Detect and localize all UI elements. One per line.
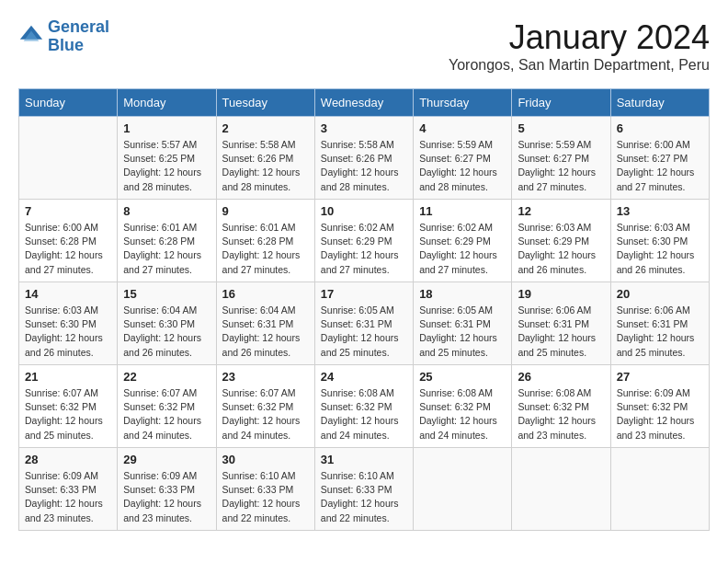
calendar-cell: 24Sunrise: 6:08 AMSunset: 6:32 PMDayligh… — [314, 365, 413, 448]
day-number: 25 — [419, 370, 506, 384]
logo: General Blue — [18, 18, 109, 55]
calendar-cell: 5Sunrise: 5:59 AMSunset: 6:27 PMDaylight… — [512, 117, 610, 200]
calendar-header: SundayMondayTuesdayWednesdayThursdayFrid… — [19, 89, 710, 117]
calendar-cell: 28Sunrise: 6:09 AMSunset: 6:33 PMDayligh… — [19, 448, 118, 531]
day-number: 21 — [25, 370, 111, 384]
calendar-cell: 29Sunrise: 6:09 AMSunset: 6:33 PMDayligh… — [118, 448, 216, 531]
calendar-week-row: 28Sunrise: 6:09 AMSunset: 6:33 PMDayligh… — [19, 448, 710, 531]
day-info: Sunrise: 5:59 AMSunset: 6:27 PMDaylight:… — [419, 138, 506, 194]
day-number: 18 — [419, 287, 506, 301]
calendar-cell: 10Sunrise: 6:02 AMSunset: 6:29 PMDayligh… — [314, 200, 413, 282]
day-number: 5 — [518, 121, 604, 135]
day-number: 20 — [617, 287, 703, 301]
calendar-cell — [512, 448, 610, 531]
day-info: Sunrise: 5:58 AMSunset: 6:26 PMDaylight:… — [321, 138, 407, 194]
calendar-cell: 12Sunrise: 6:03 AMSunset: 6:29 PMDayligh… — [512, 200, 610, 282]
calendar-cell: 6Sunrise: 6:00 AMSunset: 6:27 PMDaylight… — [610, 117, 709, 200]
day-info: Sunrise: 6:08 AMSunset: 6:32 PMDaylight:… — [321, 386, 407, 442]
title-section: January 2024 Yorongos, San Martin Depart… — [449, 18, 710, 74]
day-info: Sunrise: 6:00 AMSunset: 6:27 PMDaylight:… — [617, 138, 703, 194]
day-info: Sunrise: 6:01 AMSunset: 6:28 PMDaylight:… — [123, 221, 210, 277]
calendar-week-row: 1Sunrise: 5:57 AMSunset: 6:25 PMDaylight… — [19, 117, 710, 200]
header: General Blue January 2024 Yorongos, San … — [18, 18, 710, 74]
calendar-cell — [414, 448, 512, 531]
day-number: 12 — [518, 204, 604, 218]
day-number: 31 — [321, 453, 407, 466]
day-number: 23 — [222, 370, 309, 384]
day-number: 2 — [222, 121, 309, 135]
calendar-cell: 11Sunrise: 6:02 AMSunset: 6:29 PMDayligh… — [414, 200, 512, 282]
weekday-header: Friday — [512, 89, 610, 117]
day-info: Sunrise: 6:07 AMSunset: 6:32 PMDaylight:… — [222, 386, 309, 442]
day-info: Sunrise: 6:08 AMSunset: 6:32 PMDaylight:… — [419, 386, 506, 442]
calendar-cell: 30Sunrise: 6:10 AMSunset: 6:33 PMDayligh… — [216, 448, 314, 531]
calendar-cell: 15Sunrise: 6:04 AMSunset: 6:30 PMDayligh… — [118, 282, 216, 365]
calendar-cell: 20Sunrise: 6:06 AMSunset: 6:31 PMDayligh… — [610, 282, 709, 365]
weekday-row: SundayMondayTuesdayWednesdayThursdayFrid… — [19, 89, 710, 117]
day-info: Sunrise: 6:03 AMSunset: 6:30 PMDaylight:… — [617, 221, 703, 277]
calendar-cell: 2Sunrise: 5:58 AMSunset: 6:26 PMDaylight… — [216, 117, 314, 200]
day-info: Sunrise: 6:02 AMSunset: 6:29 PMDaylight:… — [419, 221, 506, 277]
calendar-body: 1Sunrise: 5:57 AMSunset: 6:25 PMDaylight… — [19, 117, 710, 531]
calendar-week-row: 7Sunrise: 6:00 AMSunset: 6:28 PMDaylight… — [19, 200, 710, 282]
calendar-cell: 27Sunrise: 6:09 AMSunset: 6:32 PMDayligh… — [610, 365, 709, 448]
day-number: 11 — [419, 204, 506, 218]
day-number: 22 — [123, 370, 210, 384]
day-number: 14 — [25, 287, 111, 301]
calendar-cell: 14Sunrise: 6:03 AMSunset: 6:30 PMDayligh… — [19, 282, 118, 365]
day-number: 10 — [321, 204, 407, 218]
calendar-cell: 22Sunrise: 6:07 AMSunset: 6:32 PMDayligh… — [118, 365, 216, 448]
day-info: Sunrise: 6:10 AMSunset: 6:33 PMDaylight:… — [321, 469, 407, 525]
day-info: Sunrise: 6:03 AMSunset: 6:30 PMDaylight:… — [25, 304, 111, 360]
day-number: 16 — [222, 287, 309, 301]
day-info: Sunrise: 5:59 AMSunset: 6:27 PMDaylight:… — [518, 138, 604, 194]
calendar-cell: 8Sunrise: 6:01 AMSunset: 6:28 PMDaylight… — [118, 200, 216, 282]
calendar-cell: 25Sunrise: 6:08 AMSunset: 6:32 PMDayligh… — [414, 365, 512, 448]
day-info: Sunrise: 6:07 AMSunset: 6:32 PMDaylight:… — [25, 386, 111, 442]
day-number: 26 — [518, 370, 604, 384]
day-info: Sunrise: 5:58 AMSunset: 6:26 PMDaylight:… — [222, 138, 309, 194]
day-info: Sunrise: 6:08 AMSunset: 6:32 PMDaylight:… — [518, 386, 604, 442]
calendar-table: SundayMondayTuesdayWednesdayThursdayFrid… — [18, 88, 710, 531]
calendar-cell: 4Sunrise: 5:59 AMSunset: 6:27 PMDaylight… — [414, 117, 512, 200]
day-info: Sunrise: 6:05 AMSunset: 6:31 PMDaylight:… — [419, 304, 506, 360]
day-info: Sunrise: 6:09 AMSunset: 6:33 PMDaylight:… — [25, 469, 111, 525]
calendar-cell: 13Sunrise: 6:03 AMSunset: 6:30 PMDayligh… — [610, 200, 709, 282]
calendar-cell: 16Sunrise: 6:04 AMSunset: 6:31 PMDayligh… — [216, 282, 314, 365]
day-info: Sunrise: 6:06 AMSunset: 6:31 PMDaylight:… — [617, 304, 703, 360]
day-number: 8 — [123, 204, 210, 218]
day-info: Sunrise: 6:05 AMSunset: 6:31 PMDaylight:… — [321, 304, 407, 360]
day-number: 3 — [321, 121, 407, 135]
day-number: 29 — [123, 453, 210, 466]
weekday-header: Tuesday — [216, 89, 314, 117]
calendar-cell: 17Sunrise: 6:05 AMSunset: 6:31 PMDayligh… — [314, 282, 413, 365]
calendar-cell: 9Sunrise: 6:01 AMSunset: 6:28 PMDaylight… — [216, 200, 314, 282]
day-info: Sunrise: 5:57 AMSunset: 6:25 PMDaylight:… — [123, 138, 210, 194]
weekday-header: Wednesday — [314, 89, 413, 117]
day-info: Sunrise: 6:07 AMSunset: 6:32 PMDaylight:… — [123, 386, 210, 442]
weekday-header: Sunday — [19, 89, 118, 117]
day-number: 27 — [617, 370, 703, 384]
logo-icon — [18, 24, 44, 50]
weekday-header: Monday — [118, 89, 216, 117]
day-number: 19 — [518, 287, 604, 301]
calendar-cell: 7Sunrise: 6:00 AMSunset: 6:28 PMDaylight… — [19, 200, 118, 282]
calendar-cell: 31Sunrise: 6:10 AMSunset: 6:33 PMDayligh… — [314, 448, 413, 531]
calendar-cell: 26Sunrise: 6:08 AMSunset: 6:32 PMDayligh… — [512, 365, 610, 448]
day-info: Sunrise: 6:03 AMSunset: 6:29 PMDaylight:… — [518, 221, 604, 277]
day-info: Sunrise: 6:02 AMSunset: 6:29 PMDaylight:… — [321, 221, 407, 277]
day-number: 7 — [25, 204, 111, 218]
calendar-cell: 3Sunrise: 5:58 AMSunset: 6:26 PMDaylight… — [314, 117, 413, 200]
weekday-header: Saturday — [610, 89, 709, 117]
day-number: 17 — [321, 287, 407, 301]
location-title: Yorongos, San Martin Department, Peru — [449, 57, 710, 74]
day-number: 4 — [419, 121, 506, 135]
calendar-cell: 19Sunrise: 6:06 AMSunset: 6:31 PMDayligh… — [512, 282, 610, 365]
day-number: 1 — [123, 121, 210, 135]
calendar-week-row: 21Sunrise: 6:07 AMSunset: 6:32 PMDayligh… — [19, 365, 710, 448]
day-info: Sunrise: 6:10 AMSunset: 6:33 PMDaylight:… — [222, 469, 309, 525]
day-number: 9 — [222, 204, 309, 218]
calendar-cell: 23Sunrise: 6:07 AMSunset: 6:32 PMDayligh… — [216, 365, 314, 448]
day-number: 30 — [222, 453, 309, 466]
day-number: 24 — [321, 370, 407, 384]
